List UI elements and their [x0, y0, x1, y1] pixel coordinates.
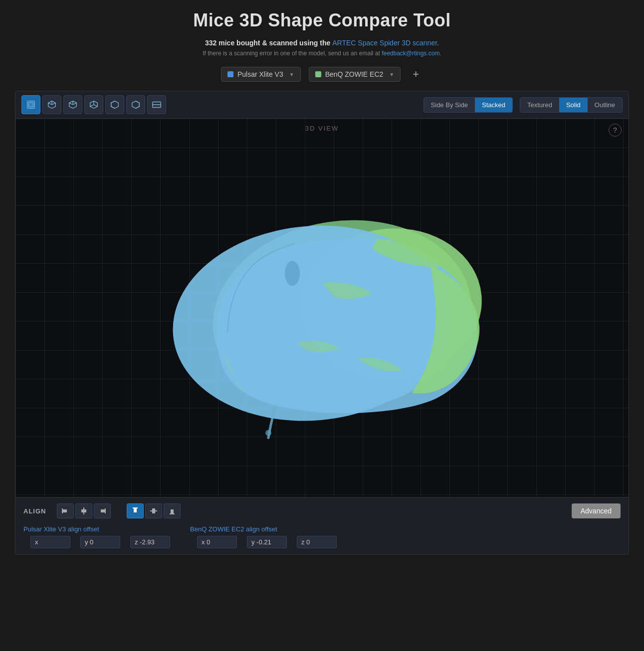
svg-rect-34	[101, 509, 105, 512]
stacked-btn[interactable]: Stacked	[475, 98, 512, 112]
svg-line-5	[48, 103, 52, 105]
svg-line-8	[73, 103, 76, 105]
view-buttons	[21, 95, 421, 114]
view-btn-top[interactable]	[21, 95, 40, 114]
offset2-z-field	[290, 536, 337, 548]
view-btn-front-left[interactable]	[42, 95, 61, 114]
svg-rect-40	[171, 509, 174, 513]
offset1-z-field	[123, 536, 170, 548]
align-center-h-btn[interactable]	[75, 503, 92, 518]
offset2-fields	[190, 536, 337, 548]
solid-btn[interactable]: Solid	[559, 98, 588, 112]
align-left-btn[interactable]	[57, 503, 74, 518]
offsets-row: Pulsar Xlite V3 align offset	[23, 525, 621, 548]
offset1-z-input[interactable]	[130, 536, 170, 548]
svg-point-27	[285, 261, 300, 286]
svg-rect-29	[62, 508, 63, 513]
svg-line-20	[136, 101, 139, 103]
svg-rect-36	[134, 508, 137, 512]
page-title: Mice 3D Shape Compare Tool	[15, 10, 629, 31]
offset2-y-input[interactable]	[247, 536, 287, 548]
offset1-y-field	[73, 536, 120, 548]
tool-container: Side By Side Stacked Textured Solid Outl…	[15, 91, 629, 555]
svg-line-4	[52, 103, 55, 105]
svg-line-9	[69, 103, 73, 105]
render-toggle: Textured Solid Outline	[520, 97, 623, 113]
artec-link[interactable]: ARTEC Space Spider 3D scanner	[332, 39, 437, 47]
offset2-z-input[interactable]	[297, 536, 337, 548]
svg-line-16	[111, 101, 115, 103]
align-bottom-btn[interactable]	[164, 503, 181, 518]
svg-rect-38	[152, 508, 155, 513]
svg-line-12	[94, 105, 97, 107]
view-btn-back-right[interactable]	[126, 95, 145, 114]
outline-btn[interactable]: Outline	[588, 98, 622, 112]
view-btn-side[interactable]	[147, 95, 166, 114]
align-group1	[57, 503, 111, 518]
mouse1-arrow: ▼	[289, 72, 294, 77]
help-icon[interactable]: ?	[609, 124, 622, 137]
layout-toggle: Side By Side Stacked	[424, 97, 513, 113]
mouse1-selector[interactable]: Pulsar Xlite V3 ▼	[221, 67, 301, 82]
align-label: ALIGN	[23, 507, 51, 515]
add-mouse-button[interactable]: +	[409, 66, 423, 83]
subtitle-main: 332 mice bought & scanned using the	[205, 39, 332, 47]
svg-point-28	[265, 430, 271, 436]
view-btn-front-right[interactable]	[63, 95, 82, 114]
view-btn-back-left[interactable]	[105, 95, 124, 114]
svg-line-17	[111, 107, 115, 109]
svg-rect-39	[170, 513, 175, 514]
mouse2-label: BenQ ZOWIE EC2	[325, 70, 384, 78]
offset1-x-field	[23, 536, 70, 548]
mouse-3d-shape	[148, 183, 497, 443]
offset2-x-input[interactable]	[197, 536, 237, 548]
subtitle: 332 mice bought & scanned using the ARTE…	[15, 39, 629, 47]
mouse2-arrow: ▼	[389, 72, 394, 77]
offset1-x-input[interactable]	[30, 536, 70, 548]
svg-rect-30	[63, 509, 67, 512]
view-label: 3D VIEW	[305, 125, 339, 132]
view-btn-back[interactable]	[84, 95, 103, 114]
feedback-link[interactable]: feedback@rtings.com	[382, 50, 439, 57]
3d-view-area[interactable]: 3D VIEW ?	[15, 119, 629, 497]
align-center-v-btn[interactable]	[145, 503, 162, 518]
mouse1-color-dot	[227, 71, 233, 77]
side-by-side-btn[interactable]: Side By Side	[424, 98, 475, 112]
toolbar: Side By Side Stacked Textured Solid Outl…	[15, 91, 629, 119]
offset-group1: Pulsar Xlite V3 align offset	[23, 525, 170, 548]
align-row: ALIGN	[23, 503, 621, 518]
svg-line-13	[90, 105, 94, 107]
offset-group2: BenQ ZOWIE EC2 align offset	[190, 525, 337, 548]
advanced-button[interactable]: Advanced	[572, 503, 621, 518]
svg-rect-33	[105, 508, 106, 513]
offset2-x-field	[190, 536, 237, 548]
mouse-selectors: Pulsar Xlite V3 ▼ BenQ ZOWIE EC2 ▼ +	[15, 66, 629, 83]
offset1-title: Pulsar Xlite V3 align offset	[23, 525, 170, 533]
offset2-y-field	[240, 536, 287, 548]
offset1-y-input[interactable]	[80, 536, 120, 548]
align-right-btn[interactable]	[94, 503, 111, 518]
svg-rect-32	[81, 509, 86, 512]
mouse2-color-dot	[315, 71, 321, 77]
align-top-btn[interactable]	[127, 503, 144, 518]
svg-line-21	[136, 107, 139, 109]
offset2-title: BenQ ZOWIE EC2 align offset	[190, 525, 337, 533]
mouse1-label: Pulsar Xlite V3	[237, 70, 283, 78]
textured-btn[interactable]: Textured	[520, 98, 559, 112]
mouse2-selector[interactable]: BenQ ZOWIE EC2 ▼	[309, 67, 401, 82]
svg-rect-35	[133, 507, 138, 508]
subtitle-small: If there is a scanning error in one of t…	[15, 50, 629, 57]
bottom-controls: ALIGN	[15, 497, 629, 554]
offset1-fields	[23, 536, 170, 548]
svg-rect-1	[28, 102, 33, 107]
align-group2	[127, 503, 181, 518]
